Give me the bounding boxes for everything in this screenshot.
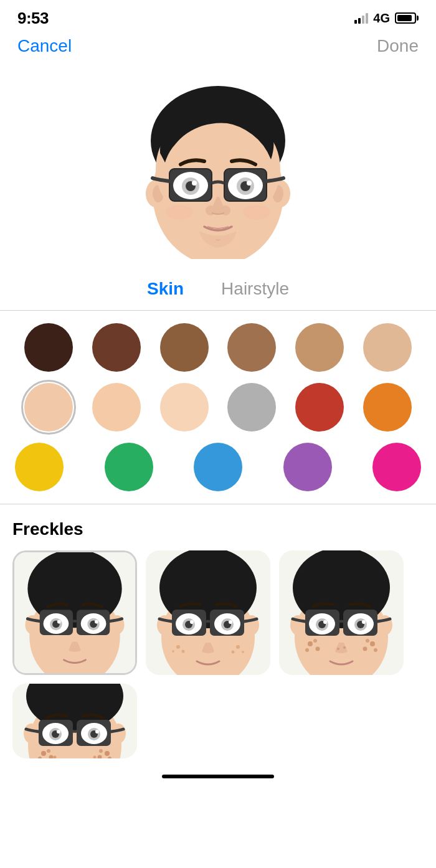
freckle-item-1[interactable] <box>12 550 137 675</box>
svg-point-54 <box>172 650 174 653</box>
swatch-s17[interactable] <box>372 443 421 491</box>
svg-point-73 <box>308 641 313 646</box>
svg-point-75 <box>305 648 309 652</box>
swatch-s11[interactable] <box>295 383 344 432</box>
swatch-s5[interactable] <box>295 323 344 372</box>
svg-point-85 <box>24 724 39 743</box>
memoji-avatar <box>125 72 311 259</box>
freckle-item-4[interactable] <box>12 684 137 758</box>
svg-point-72 <box>362 620 366 624</box>
svg-point-81 <box>337 648 339 650</box>
done-button[interactable]: Done <box>377 36 419 56</box>
svg-point-97 <box>95 730 99 734</box>
svg-point-50 <box>190 620 194 624</box>
swatch-s6[interactable] <box>363 323 412 372</box>
swatches-row-1 <box>15 323 421 372</box>
swatch-s16[interactable] <box>283 443 332 491</box>
status-bar: 9:53 4G <box>0 0 436 34</box>
swatch-s15[interactable] <box>194 443 242 491</box>
freckles-section: Freckles <box>0 504 436 765</box>
swatch-s9[interactable] <box>160 383 209 432</box>
svg-point-16 <box>192 181 197 186</box>
swatch-s1[interactable] <box>24 323 73 372</box>
skin-color-section <box>0 311 436 504</box>
swatch-s8[interactable] <box>92 383 141 432</box>
svg-point-96 <box>57 730 60 734</box>
svg-point-21 <box>243 205 270 220</box>
svg-point-77 <box>370 641 375 646</box>
svg-point-79 <box>374 648 377 652</box>
freckles-title: Freckles <box>12 519 424 539</box>
svg-point-17 <box>247 181 252 186</box>
svg-point-82 <box>343 646 346 649</box>
swatch-s4[interactable] <box>227 323 276 372</box>
svg-point-86 <box>111 724 126 743</box>
svg-point-51 <box>229 620 232 624</box>
svg-point-98 <box>41 751 46 756</box>
svg-point-55 <box>236 645 240 649</box>
swatch-s10[interactable] <box>227 383 276 432</box>
svg-point-78 <box>363 647 367 651</box>
nav-bar: Cancel Done <box>0 34 436 66</box>
svg-point-76 <box>313 639 317 643</box>
bottom-bar <box>0 765 436 788</box>
signal-icon <box>354 12 368 24</box>
cancel-button[interactable]: Cancel <box>17 36 72 56</box>
svg-point-20 <box>166 205 193 220</box>
swatches-row-3 <box>15 443 421 491</box>
home-indicator <box>162 775 274 778</box>
svg-point-52 <box>176 645 180 649</box>
battery-icon <box>395 12 419 24</box>
swatch-s7[interactable] <box>24 383 73 432</box>
swatches-row-2 <box>15 383 421 432</box>
swatch-s2[interactable] <box>92 323 141 372</box>
svg-point-101 <box>47 749 50 753</box>
svg-point-53 <box>182 650 185 653</box>
avatar-area <box>0 66 436 271</box>
swatch-s14[interactable] <box>105 443 153 491</box>
swatch-s3[interactable] <box>160 323 209 372</box>
svg-point-71 <box>323 620 327 624</box>
freckle-item-3[interactable] <box>279 550 404 675</box>
tab-skin[interactable]: Skin <box>147 279 184 301</box>
svg-point-74 <box>316 647 320 651</box>
svg-point-80 <box>366 639 369 643</box>
svg-point-106 <box>99 749 103 753</box>
svg-point-56 <box>232 651 235 654</box>
swatch-s13[interactable] <box>15 443 64 491</box>
freckle-item-2[interactable] <box>146 550 270 675</box>
svg-point-36 <box>95 620 98 624</box>
tabs-area: Skin Hairstyle <box>0 271 436 310</box>
svg-point-57 <box>242 651 244 653</box>
swatch-s12[interactable] <box>363 383 412 432</box>
svg-point-35 <box>57 620 61 624</box>
freckles-grid <box>12 550 424 675</box>
status-icons: 4G <box>354 11 419 26</box>
freckles-bottom-row <box>12 684 424 765</box>
status-time: 9:53 <box>17 9 49 28</box>
svg-point-103 <box>105 751 110 756</box>
tab-hairstyle[interactable]: Hairstyle <box>221 279 289 301</box>
network-type: 4G <box>373 11 390 26</box>
